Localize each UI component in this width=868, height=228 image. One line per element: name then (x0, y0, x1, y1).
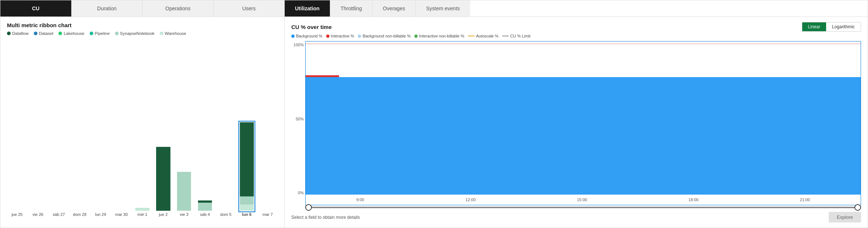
tab-overages[interactable]: Overages (372, 0, 416, 17)
legend-label: Dataflow (12, 31, 29, 36)
legend-line-icon (468, 36, 475, 36)
bar-x-label: dom 5 (220, 212, 232, 217)
slider-right-thumb[interactable] (854, 204, 861, 211)
bar-segment (240, 122, 254, 196)
legend-item: SynapseNotebook (115, 31, 155, 36)
time-slider[interactable] (291, 205, 861, 210)
legend-text: Interactive % (331, 34, 354, 38)
right-chart-legend: Background %Interactive %Background non-… (291, 34, 861, 38)
right-tab-bar: Utilization Throttling Overages System e… (285, 0, 868, 17)
bar-x-label: jue 2 (159, 212, 168, 217)
bar-column[interactable]: dom 5 (216, 39, 236, 217)
bar-segment (177, 172, 191, 211)
bar-x-label: mié 1 (137, 212, 147, 217)
bar-x-label: lun 29 (95, 212, 106, 217)
y-axis: 100% 50% 0% (291, 41, 305, 205)
legend-label: Warehouse (165, 31, 186, 36)
x-tick-label: 9:00 (356, 198, 364, 202)
legend-label: Dataset (39, 31, 54, 36)
legend-label: SynapseNotebook (120, 31, 155, 36)
right-legend-item: Background % (291, 34, 323, 38)
tab-throttling[interactable]: Throttling (330, 0, 372, 17)
legend-text: Background % (296, 34, 323, 38)
bar-x-label: vie 3 (180, 212, 188, 217)
y-0: 0% (298, 191, 304, 195)
tab-utilization[interactable]: Utilization (285, 0, 330, 17)
x-tick-label: 18:00 (688, 198, 699, 202)
bar-column[interactable]: mar 7 (257, 39, 278, 217)
bottom-row: Select a field to obtain more details Ex… (291, 210, 861, 222)
left-tab-bar: CU Duration Operations Users (0, 0, 284, 17)
slider-track[interactable] (305, 207, 861, 208)
tab-cu[interactable]: CU (0, 0, 72, 17)
legend-item: Warehouse (160, 31, 186, 36)
bar-column[interactable]: vie 26 (28, 39, 48, 217)
bar-column[interactable]: jue 2 (153, 39, 173, 217)
legend-dot (7, 32, 11, 35)
legend-item: Pipeline (90, 31, 110, 36)
bar-column[interactable]: lun 6 (237, 39, 257, 217)
left-panel: CU Duration Operations Users Multi metri… (0, 0, 285, 228)
right-content: CU % over time Linear Logarithmic Backgr… (285, 17, 868, 228)
cu-chart-with-axis: 100% 50% 0% (291, 41, 861, 205)
bar-segment (156, 147, 170, 211)
bar-column[interactable]: mié 1 (132, 39, 152, 217)
bar-column[interactable]: dom 28 (70, 39, 90, 217)
bar-column[interactable]: sáb 4 (195, 39, 215, 217)
bar-column[interactable]: vie 3 (174, 39, 194, 217)
tab-users[interactable]: Users (214, 0, 285, 17)
bar-column[interactable]: sáb 27 (49, 39, 69, 217)
bar-x-label: sáb 4 (200, 212, 210, 217)
legend-dot (115, 32, 119, 35)
bar-column[interactable]: jue 25 (7, 39, 27, 217)
legend-line-icon (502, 36, 509, 36)
bar-column[interactable]: lun 29 (90, 39, 111, 217)
bar-x-label: vie 26 (33, 212, 43, 217)
legend-item: Dataset (34, 31, 54, 36)
logarithmic-button[interactable]: Logarithmic (826, 22, 861, 31)
tab-system-events[interactable]: System events (416, 0, 470, 17)
x-tick-label: 21:00 (800, 198, 810, 202)
legend-label: Lakehouse (64, 31, 84, 36)
legend-circle (414, 35, 418, 38)
y-50: 50% (296, 117, 304, 121)
slider-left-thumb[interactable] (305, 204, 312, 211)
cu-chart-container: 100% 50% 0% (291, 41, 861, 222)
right-legend-item: Background non-billable % (358, 34, 411, 38)
legend-dot (90, 32, 93, 35)
bar-column[interactable]: mar 30 (111, 39, 132, 217)
bar-chart: jue 25vie 26sáb 27dom 28lun 29mar 30mié … (7, 39, 278, 228)
cu-chart-title: CU % over time (291, 24, 332, 30)
legend-label: Pipeline (95, 31, 110, 36)
100-percent-line (306, 44, 861, 44)
explore-button[interactable]: Explore (829, 212, 861, 222)
bar-x-label: mar 30 (115, 212, 128, 217)
linear-button[interactable]: Linear (802, 22, 826, 31)
bar-x-label: dom 28 (73, 212, 87, 217)
legend-dot (160, 32, 163, 35)
bar-x-label: mar 7 (262, 212, 273, 217)
legend-item: Lakehouse (58, 31, 84, 36)
legend-dot (34, 32, 37, 35)
chart-legend: DataflowDatasetLakehousePipelineSynapseN… (7, 31, 278, 36)
right-header: CU % over time Linear Logarithmic (291, 22, 861, 32)
chart-title: Multi metric ribbon chart (7, 22, 278, 28)
tab-duration[interactable]: Duration (72, 0, 143, 17)
x-tick-label: 15:00 (577, 198, 587, 202)
x-axis-labels: 9:0012:0015:0018:0021:00 (306, 195, 861, 205)
bar-segment (240, 196, 254, 205)
legend-text: Interactive non-billable % (419, 34, 464, 38)
legend-item: Dataflow (7, 31, 29, 36)
legend-circle (358, 35, 361, 38)
tab-operations[interactable]: Operations (143, 0, 214, 17)
chart-area: Multi metric ribbon chart DataflowDatase… (0, 17, 284, 228)
cu-chart-area[interactable]: 9:0012:0015:0018:0021:00 (305, 41, 861, 205)
legend-dot (58, 32, 62, 35)
cu-plot-area: 9:0012:0015:0018:0021:00 (305, 41, 861, 205)
bar-segment (198, 203, 212, 211)
bar-x-label: sáb 27 (53, 212, 65, 217)
bar-x-label: jue 25 (11, 212, 22, 217)
background-pct-bar (306, 77, 861, 195)
legend-circle (291, 35, 295, 38)
right-panel: Utilization Throttling Overages System e… (285, 0, 868, 228)
